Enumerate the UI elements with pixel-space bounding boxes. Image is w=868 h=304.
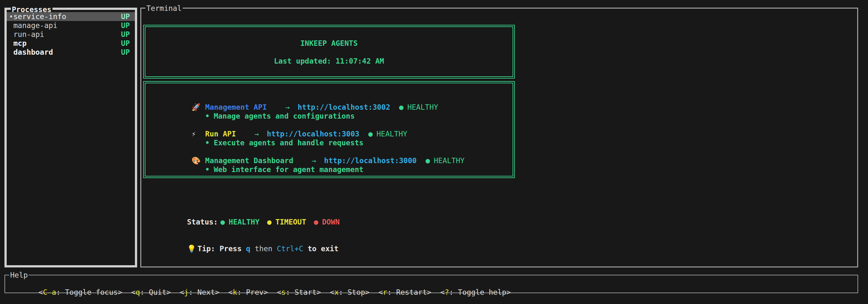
separator: : bbox=[189, 288, 197, 296]
shortcut-key: x bbox=[334, 288, 339, 296]
bracket: > bbox=[264, 288, 268, 296]
shortcut-desc: Toggle help bbox=[458, 288, 506, 296]
bullet-icon: • bbox=[205, 139, 210, 147]
shortcut-quit: <q: Quit> bbox=[131, 288, 171, 296]
help-panel: Help <C-a: Toggle focus><q: Quit><j: Nex… bbox=[4, 275, 858, 293]
process-row-mcp[interactable]: mcp UP bbox=[7, 39, 135, 48]
terminal-panel-title: Terminal bbox=[146, 4, 183, 13]
agents-header-box: INKEEP AGENTS Last updated: 11:07:42 AM bbox=[143, 25, 515, 78]
processes-panel: Processes • service-info UP manage-api U… bbox=[4, 8, 137, 267]
help-shortcuts: <C-a: Toggle focus><q: Quit><j: Next><k:… bbox=[12, 279, 520, 304]
service-url-link[interactable]: http://localhost:3002 bbox=[298, 103, 391, 111]
service-description-text: Execute agents and handle requests bbox=[214, 139, 364, 147]
process-row-service-info[interactable]: • service-info UP bbox=[7, 12, 135, 21]
separator: : bbox=[237, 288, 246, 296]
process-row-dashboard[interactable]: dashboard UP bbox=[7, 48, 135, 57]
service-description-text: Manage agents and configurations bbox=[214, 112, 355, 120]
shortcut-desc: Start bbox=[294, 288, 317, 296]
process-row-run-api[interactable]: run-api UP bbox=[7, 30, 135, 39]
shortcut-desc: Prev bbox=[246, 288, 264, 296]
palette-icon: 🎨 bbox=[191, 156, 205, 165]
process-name: run-api bbox=[13, 30, 121, 39]
process-name: service-info bbox=[13, 12, 121, 21]
status-dot-icon: ● bbox=[314, 218, 318, 226]
tip-line: 💡Tip: Press q then Ctrl+C to exit bbox=[152, 235, 340, 244]
process-list: • service-info UP manage-api UP run-api … bbox=[7, 12, 135, 57]
services-box: 🚀Management API→http://localhost:3002●HE… bbox=[143, 81, 515, 178]
shortcut-desc: Next bbox=[197, 288, 215, 296]
status-dot-icon: ● bbox=[220, 218, 225, 226]
bracket: < bbox=[131, 288, 135, 296]
shortcut-desc: Restart bbox=[396, 288, 427, 296]
process-status-badge: UP bbox=[121, 48, 130, 57]
shortcut-prev: <k: Prev> bbox=[228, 288, 268, 296]
bracket: > bbox=[427, 288, 431, 296]
status-dot-icon: ● bbox=[426, 157, 430, 165]
tip-text: Tip: Press bbox=[197, 244, 246, 253]
status-footer: Status:●HEALTHY●TIMEOUT●DOWN 💡Tip: Press… bbox=[152, 191, 340, 262]
bracket: > bbox=[118, 288, 122, 296]
service-url-link[interactable]: http://localhost:3000 bbox=[324, 157, 417, 165]
bracket: < bbox=[440, 288, 445, 296]
legend-label: DOWN bbox=[322, 218, 340, 226]
separator: : bbox=[56, 288, 65, 296]
arrow-icon: → bbox=[312, 157, 316, 165]
legend-down: ●DOWN bbox=[314, 218, 340, 226]
service-name: Run API bbox=[205, 130, 236, 138]
service-description-text: Web interface for agent management bbox=[214, 165, 364, 174]
bullet-icon: • bbox=[205, 165, 210, 174]
bracket: < bbox=[330, 288, 334, 296]
bullet-icon: • bbox=[205, 112, 210, 120]
bracket: < bbox=[228, 288, 233, 296]
separator: : bbox=[140, 288, 149, 296]
shortcut-desc: Toggle focus bbox=[65, 288, 118, 296]
arrow-icon: → bbox=[285, 103, 290, 111]
status-legend: Status:●HEALTHY●TIMEOUT●DOWN bbox=[152, 209, 340, 217]
shortcut-key: j bbox=[184, 288, 189, 296]
service-name: Management API bbox=[205, 103, 267, 111]
shortcut-stop: <x: Stop> bbox=[330, 288, 370, 296]
process-status-badge: UP bbox=[121, 21, 130, 30]
bracket: < bbox=[180, 288, 184, 296]
service-name: Management Dashboard bbox=[205, 157, 293, 165]
shortcut-start: <s: Start> bbox=[277, 288, 321, 296]
bracket: < bbox=[277, 288, 281, 296]
lightning-icon: ⚡ bbox=[191, 129, 205, 138]
terminal-panel: Terminal INKEEP AGENTS Last updated: 11:… bbox=[140, 8, 858, 267]
status-dot-icon: ● bbox=[399, 103, 403, 111]
shortcut-key: s bbox=[281, 288, 286, 296]
tip-text: to exit bbox=[303, 244, 339, 253]
bracket: < bbox=[38, 288, 43, 296]
service-url-link[interactable]: http://localhost:3003 bbox=[267, 130, 360, 138]
legend-label: HEALTHY bbox=[229, 218, 260, 226]
shortcut-toggle-focus: <C-a: Toggle focus> bbox=[38, 288, 122, 296]
shortcut-key: r bbox=[383, 288, 387, 296]
legend-timeout: ●TIMEOUT bbox=[267, 218, 306, 226]
tip-text: then bbox=[250, 244, 277, 253]
service-status: HEALTHY bbox=[434, 157, 465, 165]
process-status-badge: UP bbox=[121, 39, 130, 48]
bracket: < bbox=[378, 288, 383, 296]
help-panel-title: Help bbox=[9, 271, 29, 279]
process-name: dashboard bbox=[13, 48, 121, 57]
service-status: HEALTHY bbox=[376, 130, 407, 138]
separator: : bbox=[387, 288, 396, 296]
bracket: > bbox=[317, 288, 321, 296]
process-name: manage-api bbox=[13, 21, 121, 30]
separator: : bbox=[286, 288, 294, 296]
process-status-badge: UP bbox=[121, 30, 130, 39]
shortcut-key: k bbox=[232, 288, 237, 296]
process-row-manage-api[interactable]: manage-api UP bbox=[7, 21, 135, 30]
last-updated-text: Last updated: 11:07:42 AM bbox=[146, 57, 513, 66]
arrow-icon: → bbox=[254, 130, 259, 138]
bracket: > bbox=[166, 288, 171, 296]
shortcut-desc: Stop bbox=[347, 288, 365, 296]
status-legend-label: Status: bbox=[187, 218, 218, 226]
shortcut-toggle-help: <?: Toggle help> bbox=[440, 288, 511, 296]
bracket: > bbox=[506, 288, 511, 296]
shortcut-desc: Quit bbox=[149, 288, 166, 296]
service-status: HEALTHY bbox=[407, 103, 438, 111]
spacer bbox=[146, 48, 513, 57]
shortcut-key: ? bbox=[445, 288, 449, 296]
lightbulb-icon: 💡 bbox=[187, 244, 197, 253]
